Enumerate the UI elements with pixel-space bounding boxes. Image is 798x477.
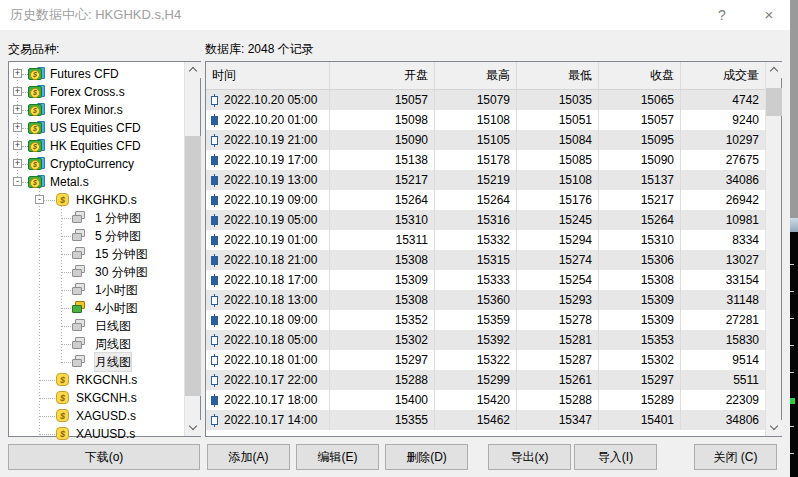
- open-cell: 15308: [330, 250, 435, 270]
- column-header[interactable]: 最高: [435, 62, 517, 89]
- window-title: 历史数据中心: HKGHKD.s,H4: [10, 0, 181, 30]
- tree-item[interactable]: + HK Equities CFD: [9, 137, 184, 155]
- volume-cell: 8334: [681, 230, 765, 250]
- candle-down-icon: [211, 176, 218, 185]
- table-row[interactable]: 2022.10.18 05:00 15302 15392 15281 15353…: [206, 330, 765, 350]
- expander-icon[interactable]: +: [13, 87, 22, 96]
- tree-item[interactable]: XAUUSD.s: [9, 425, 184, 443]
- table-row[interactable]: 2022.10.17 22:00 15288 15299 15261 15297…: [206, 370, 765, 390]
- table-row[interactable]: 2022.10.18 21:00 15308 15315 15274 15306…: [206, 250, 765, 270]
- scroll-down-icon[interactable]: [766, 420, 782, 436]
- tree-scrollbar[interactable]: [184, 62, 200, 436]
- tree-item[interactable]: 4小时图: [9, 299, 184, 317]
- scroll-down-icon[interactable]: [185, 420, 201, 436]
- tree-item[interactable]: - HKGHKD.s: [9, 191, 184, 209]
- tree-item[interactable]: 5 分钟图: [9, 227, 184, 245]
- table-row[interactable]: 2022.10.19 05:00 15310 15316 15245 15264…: [206, 210, 765, 230]
- table-row[interactable]: 2022.10.20 05:00 15057 15079 15035 15065…: [206, 90, 765, 110]
- add-button[interactable]: 添加(A): [207, 444, 290, 470]
- import-button[interactable]: 导入(I): [574, 444, 657, 470]
- tree-item[interactable]: + CryptoCurrency: [9, 155, 184, 173]
- column-header[interactable]: 时间: [206, 62, 330, 89]
- tree-item[interactable]: 月线图: [9, 353, 184, 371]
- tree-item[interactable]: + Forex Minor.s: [9, 101, 184, 119]
- delete-button[interactable]: 删除(D): [385, 444, 468, 470]
- table-row[interactable]: 2022.10.18 13:00 15308 15360 15293 15309…: [206, 290, 765, 310]
- export-button[interactable]: 导出(x): [488, 444, 571, 470]
- tree-item[interactable]: RKGCNH.s: [9, 371, 184, 389]
- download-button[interactable]: 下载(o): [8, 444, 200, 470]
- volume-cell: 9514: [681, 350, 765, 370]
- expander-icon[interactable]: -: [35, 195, 44, 204]
- tree-item[interactable]: + Futures CFD: [9, 65, 184, 83]
- tree-item[interactable]: - Metal.s: [9, 173, 184, 191]
- table-row[interactable]: 2022.10.17 18:00 15400 15420 15288 15289…: [206, 390, 765, 410]
- tree-item-label: HKGHKD.s: [76, 191, 137, 209]
- column-header[interactable]: 开盘: [330, 62, 435, 89]
- table-row[interactable]: 2022.10.19 13:00 15217 15219 15108 15137…: [206, 170, 765, 190]
- table-row[interactable]: 2022.10.19 09:00 15264 15264 15176 15217…: [206, 190, 765, 210]
- table-row[interactable]: 2022.10.18 09:00 15352 15359 15278 15309…: [206, 310, 765, 330]
- low-cell: 15108: [517, 170, 599, 190]
- high-cell: 15299: [435, 370, 517, 390]
- time-cell: 2022.10.19 05:00: [224, 210, 317, 230]
- tree-item[interactable]: 周线图: [9, 335, 184, 353]
- column-header[interactable]: 成交量: [681, 62, 765, 89]
- volume-cell: 4742: [681, 90, 765, 110]
- scroll-up-icon[interactable]: [185, 62, 201, 78]
- table-row[interactable]: 2022.10.19 21:00 15090 15105 15084 15095…: [206, 130, 765, 150]
- open-cell: 15352: [330, 310, 435, 330]
- scroll-up-icon[interactable]: [766, 62, 782, 78]
- time-cell: 2022.10.17 22:00: [224, 370, 317, 390]
- low-cell: 15084: [517, 130, 599, 150]
- table-scrollbar[interactable]: [765, 62, 781, 436]
- candle-down-icon: [211, 316, 218, 325]
- tree-item[interactable]: 15 分钟图: [9, 245, 184, 263]
- volume-cell: 10981: [681, 210, 765, 230]
- close-cell: 15057: [599, 110, 681, 130]
- expander-icon[interactable]: -: [13, 177, 22, 186]
- table-row[interactable]: 2022.10.19 01:00 15311 15332 15294 15310…: [206, 230, 765, 250]
- expander-icon[interactable]: +: [13, 105, 22, 114]
- close-icon[interactable]: ×: [752, 0, 786, 30]
- tree-item[interactable]: SKGCNH.s: [9, 389, 184, 407]
- open-cell: 15057: [330, 90, 435, 110]
- scrollbar-thumb[interactable]: [185, 136, 201, 396]
- close-cell: 15137: [599, 170, 681, 190]
- expander-icon[interactable]: +: [13, 141, 22, 150]
- tree-item[interactable]: 日线图: [9, 317, 184, 335]
- tree-item[interactable]: XAGUSD.s: [9, 407, 184, 425]
- stack-icon: [71, 211, 88, 225]
- expander-icon[interactable]: +: [13, 159, 22, 168]
- low-cell: 15287: [517, 350, 599, 370]
- high-cell: 15332: [435, 230, 517, 250]
- close-cell: 15310: [599, 230, 681, 250]
- help-button[interactable]: ?: [705, 0, 739, 30]
- volume-cell: 15830: [681, 330, 765, 350]
- close-cell: 15309: [599, 290, 681, 310]
- close-cell: 15353: [599, 330, 681, 350]
- tree-item[interactable]: + Forex Cross.s: [9, 83, 184, 101]
- stack-icon: [71, 229, 88, 243]
- expander-icon[interactable]: +: [13, 69, 22, 78]
- expander-icon[interactable]: +: [13, 123, 22, 132]
- table-row[interactable]: 2022.10.20 01:00 15098 15108 15051 15057…: [206, 110, 765, 130]
- tree-item[interactable]: 1小时图: [9, 281, 184, 299]
- table-row[interactable]: 2022.10.19 17:00 15138 15178 15085 15090…: [206, 150, 765, 170]
- tree-item[interactable]: 1 分钟图: [9, 209, 184, 227]
- table-row[interactable]: 2022.10.17 14:00 15355 15462 15347 15401…: [206, 410, 765, 430]
- edit-button[interactable]: 编辑(E): [296, 444, 379, 470]
- column-header[interactable]: 最低: [517, 62, 599, 89]
- close-button[interactable]: 关闭 (C): [694, 444, 777, 470]
- tree-item[interactable]: 30 分钟图: [9, 263, 184, 281]
- close-cell: 15264: [599, 210, 681, 230]
- scrollbar-thumb[interactable]: [766, 88, 782, 116]
- table-row[interactable]: 2022.10.18 01:00 15297 15322 15287 15302…: [206, 350, 765, 370]
- tree-item[interactable]: + US Equities CFD: [9, 119, 184, 137]
- open-cell: 15288: [330, 370, 435, 390]
- tree-item-label: Metal.s: [50, 173, 89, 191]
- column-header[interactable]: 收盘: [599, 62, 681, 89]
- background-gray-strip: [790, 0, 798, 218]
- open-cell: 15310: [330, 210, 435, 230]
- table-row[interactable]: 2022.10.18 17:00 15309 15333 15254 15308…: [206, 270, 765, 290]
